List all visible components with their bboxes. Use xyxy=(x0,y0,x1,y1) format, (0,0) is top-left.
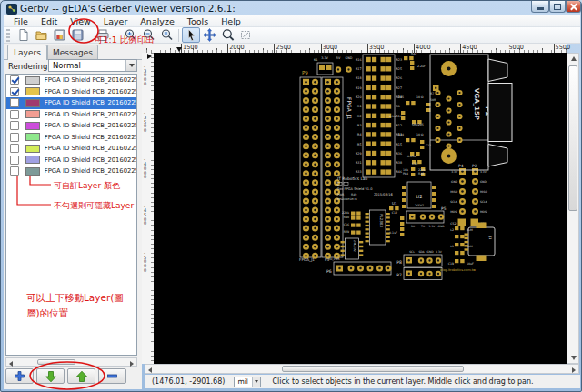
layer-visibility-checkbox[interactable] xyxy=(10,144,19,153)
zoom-in-button[interactable] xyxy=(121,27,139,43)
layer-visibility-checkbox[interactable] xyxy=(10,121,19,130)
maximize-button[interactable] xyxy=(549,1,566,13)
pointer-icon xyxy=(185,28,198,42)
svg-text:10 Ω: 10 Ω xyxy=(416,95,424,99)
layer-row[interactable]: FPGA IO Shield PCB_20160225- xyxy=(6,86,136,98)
layer-color-swatch[interactable] xyxy=(25,76,40,85)
menu-view[interactable]: View xyxy=(64,16,97,26)
pan-tool-button[interactable] xyxy=(200,27,218,43)
hruler-label: 4500 xyxy=(460,44,477,53)
svg-text:IO_PWR: IO_PWR xyxy=(329,257,340,261)
print-button[interactable] xyxy=(94,27,112,43)
layer-visibility-checkbox[interactable] xyxy=(10,75,19,85)
layer-row[interactable]: FPGA IO Shield PCB_20160225- xyxy=(6,143,136,155)
panel-hscrollbar[interactable] xyxy=(5,357,137,367)
scroll-left-icon[interactable] xyxy=(9,361,13,367)
layer-name: FPGA IO Shield PCB_20160225- xyxy=(45,122,136,129)
revert-button[interactable] xyxy=(50,27,68,43)
layer-color-swatch[interactable] xyxy=(25,156,40,164)
menu-tools[interactable]: Tools xyxy=(181,16,215,26)
add-layer-button[interactable] xyxy=(5,368,34,384)
layer-row[interactable]: FPGA IO Shield PCB_20160225- xyxy=(6,120,136,132)
minimize-button[interactable] xyxy=(531,1,549,13)
layer-row[interactable]: FPGA IO Shield PCB_20160225. xyxy=(6,155,136,166)
menu-edit[interactable]: Edit xyxy=(35,16,64,26)
svg-text:R44: R44 xyxy=(398,133,404,136)
pcb-canvas[interactable]: P9K13.3V5VGNDFPGA_J1FPGA_J1P3R16R23R17R2… xyxy=(154,53,567,364)
layer-visibility-checkbox[interactable] xyxy=(10,156,19,165)
layer-visibility-checkbox[interactable] xyxy=(10,166,19,176)
canvas-vscrollbar[interactable] xyxy=(567,53,579,364)
layer-row[interactable]: FPGA IO Shield PCB_20160225- xyxy=(6,109,136,121)
tab-messages[interactable]: Messages xyxy=(47,45,98,59)
menu-analyze[interactable]: Analyze xyxy=(134,16,180,26)
layer-visibility-checkbox[interactable] xyxy=(10,87,19,96)
svg-text:3.3V: 3.3V xyxy=(321,56,328,60)
pointer-tool-button[interactable] xyxy=(182,27,200,43)
open-folder-icon xyxy=(35,28,48,42)
hruler-label: 3000 xyxy=(321,44,338,53)
move-layer-down-button[interactable] xyxy=(36,368,65,384)
remove-layer-button[interactable] xyxy=(98,368,126,384)
save-button[interactable] xyxy=(68,27,86,43)
rendering-select[interactable]: Normal xyxy=(48,59,137,72)
layer-visibility-checkbox[interactable] xyxy=(10,133,19,142)
menu-help[interactable]: Help xyxy=(215,16,247,26)
layer-color-swatch[interactable] xyxy=(25,133,40,141)
layer-color-swatch[interactable] xyxy=(25,145,40,153)
layer-color-swatch[interactable] xyxy=(25,87,40,95)
scroll-right-icon[interactable] xyxy=(572,367,576,373)
layer-color-swatch[interactable] xyxy=(25,122,40,130)
rendering-dropdown-button[interactable] xyxy=(125,60,136,71)
toolbar-grip[interactable] xyxy=(6,29,10,42)
layer-row[interactable]: FPGA IO Shield PCB_20160225- xyxy=(6,75,136,86)
vruler-label: - 3 0 0 0 xyxy=(144,65,146,86)
layer-visibility-checkbox[interactable] xyxy=(10,110,19,119)
rendering-label: Rendering: xyxy=(8,62,50,71)
measure-tool-button[interactable] xyxy=(236,27,255,43)
layer-name: FPGA IO Shield PCB_20160225. xyxy=(45,156,136,164)
hruler-label: 4000 xyxy=(414,44,431,53)
svg-text:R38: R38 xyxy=(396,161,403,165)
zoom-out-button[interactable] xyxy=(139,27,157,43)
scroll-right-icon[interactable] xyxy=(130,361,134,367)
svg-text:PA4: PA4 xyxy=(403,172,408,176)
layer-color-swatch[interactable] xyxy=(25,99,40,107)
layer-visibility-checkbox[interactable] xyxy=(10,98,19,107)
svg-text:TX: TX xyxy=(420,225,425,228)
svg-text:R20: R20 xyxy=(356,95,362,99)
chevron-down-icon xyxy=(255,380,258,383)
svg-text:L1: L1 xyxy=(450,245,454,248)
layer-color-swatch[interactable] xyxy=(25,110,40,118)
svg-text:P8: P8 xyxy=(396,260,402,265)
canvas-hscrollbar[interactable] xyxy=(145,364,579,374)
units-dropdown-button[interactable] xyxy=(252,377,260,387)
svg-text:R26: R26 xyxy=(396,76,403,80)
layer-row[interactable]: FPGA IO Shield PCB_20160225- xyxy=(6,97,136,109)
canvas-vscroll-thumb[interactable] xyxy=(568,65,577,211)
svg-text:L2: L2 xyxy=(450,228,454,232)
canvas-hscroll-thumb[interactable] xyxy=(282,366,464,372)
zoom-tool-button[interactable] xyxy=(218,27,236,43)
layer-row[interactable]: FPGA IO Shield PCB_20160225- xyxy=(6,166,136,177)
scroll-left-icon[interactable] xyxy=(148,367,152,373)
tab-layers[interactable]: Layers xyxy=(7,45,47,60)
menu-file[interactable]: File xyxy=(7,16,35,26)
open-button[interactable] xyxy=(32,27,50,43)
close-button[interactable] xyxy=(566,1,581,13)
layer-name: FPGA IO Shield PCB_20160225- xyxy=(45,111,136,118)
scroll-down-icon[interactable] xyxy=(571,356,577,360)
menu-layer[interactable]: Layer xyxy=(97,16,135,26)
layer-color-swatch[interactable] xyxy=(25,167,40,176)
layer-row[interactable]: FPGA IO Shield PCB_20160225- xyxy=(6,132,136,144)
units-select[interactable]: mil xyxy=(234,377,261,387)
move-layer-up-button[interactable] xyxy=(67,368,95,384)
svg-text:P9: P9 xyxy=(302,70,308,75)
new-button[interactable] xyxy=(14,27,32,43)
svg-text:R2: R2 xyxy=(357,115,361,118)
svg-text:R27: R27 xyxy=(396,86,403,90)
scroll-up-icon[interactable] xyxy=(571,56,577,61)
svg-text:RX: RX xyxy=(411,225,415,228)
zoom-fit-button[interactable] xyxy=(157,27,176,43)
panel-hscroll-thumb[interactable] xyxy=(37,359,75,365)
